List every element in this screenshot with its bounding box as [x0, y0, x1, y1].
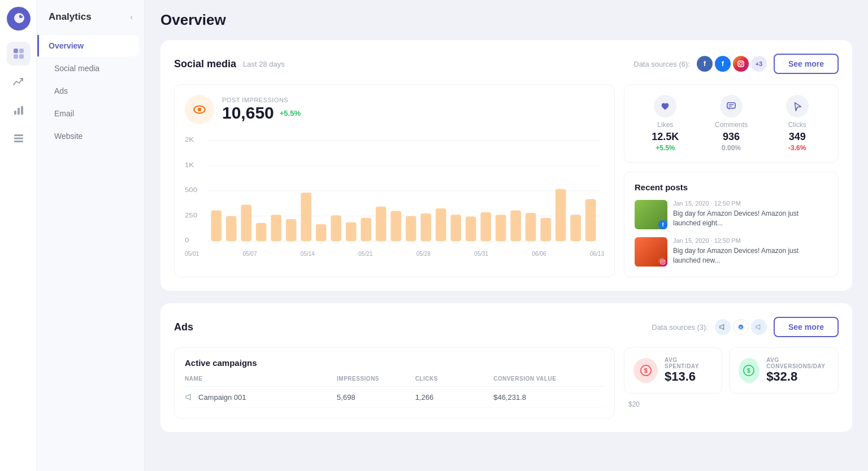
nav-item-website[interactable]: Website: [43, 125, 138, 147]
bar-chart: 2K 1K 500 250 0: [185, 134, 604, 247]
sidebar-dashboard-icon[interactable]: [7, 42, 31, 66]
campaigns-panel: Active campaigns NAME IMPRESSIONS CLICKS…: [174, 347, 615, 418]
eye-icon-wrap: [185, 95, 214, 124]
campaign-conversion: $46,231.8: [493, 393, 604, 402]
social-media-section: Social media Last 28 days Data sources (…: [160, 40, 852, 291]
post-impressions-header: POST IMPRESSIONS 10,650 +5.5%: [185, 95, 604, 124]
impressions-number: 10,650: [222, 103, 274, 123]
svg-text:250: 250: [185, 212, 197, 219]
avg-conversions-card: $ AVG CONVERSIONS/DAY $32.8: [729, 347, 839, 394]
social-media-title-group: Social media Last 28 days: [174, 58, 285, 70]
svg-rect-54: [585, 199, 596, 241]
source-facebook-icon: f: [697, 56, 713, 72]
avg-spent-icon: $: [633, 358, 658, 383]
nav-item-social-media[interactable]: Social media: [43, 58, 138, 79]
data-sources-label: Data sources (6):: [633, 60, 690, 68]
campaign-megaphone-icon: [185, 393, 194, 402]
svg-rect-32: [256, 223, 267, 241]
avg-spent-info: AVG SPENT/DAY $13.6: [665, 357, 713, 384]
nav-item-overview[interactable]: Overview: [37, 35, 138, 56]
svg-rect-12: [14, 138, 23, 139]
svg-rect-45: [450, 215, 461, 241]
svg-rect-29: [211, 210, 222, 241]
likes-value: 12.5K: [652, 131, 679, 143]
svg-rect-52: [555, 189, 566, 241]
social-right-panel: Likes 12.5K +5.5%: [624, 84, 839, 277]
eye-icon: [192, 102, 207, 117]
col-clicks-header: CLICKS: [415, 376, 489, 382]
comments-stat: Comments 936 0.00%: [701, 95, 762, 152]
ads-title-group: Ads: [174, 321, 193, 333]
ads-sources-label: Data sources (3):: [652, 323, 708, 332]
ads-see-more-button[interactable]: See more: [774, 317, 839, 337]
avg-conversions-info: AVG CONVERSIONS/DAY $32.8: [766, 357, 829, 384]
dollar-conversion-icon: $: [743, 364, 755, 377]
svg-rect-51: [540, 218, 551, 241]
svg-rect-50: [526, 213, 536, 241]
likes-icon-wrap: [654, 95, 676, 117]
svg-point-60: [664, 260, 665, 261]
svg-rect-30: [226, 216, 237, 241]
svg-rect-53: [570, 215, 581, 241]
ads-content: Active campaigns NAME IMPRESSIONS CLICKS…: [174, 347, 839, 418]
nav-header: Analytics ‹: [37, 0, 144, 34]
source-icons: f f +3: [697, 56, 767, 72]
clicks-icon-wrap: [786, 95, 809, 117]
svg-rect-35: [301, 193, 311, 241]
svg-rect-43: [420, 213, 431, 241]
svg-rect-33: [271, 215, 281, 241]
sidebar-barchart-icon[interactable]: [7, 98, 31, 122]
campaign-name-cell: Campaign 001: [185, 393, 332, 402]
source-instagram-icon: [733, 56, 749, 72]
post-thumb-1-wrap: f: [635, 200, 667, 229]
svg-rect-41: [390, 211, 401, 241]
ads-metrics-row: $ AVG SPENT/DAY $13.6 $: [624, 347, 839, 394]
post-item-2: Jan 15, 2020 · 12:50 PM Big day for Amaz…: [635, 237, 828, 267]
post-date-2: Jan 15, 2020 · 12:50 PM: [673, 237, 828, 244]
svg-rect-55: [727, 103, 735, 108]
avg-spent-value: $13.6: [665, 369, 713, 384]
post-item-1: f Jan 15, 2020 · 12:50 PM Big day for Am…: [635, 200, 828, 229]
ads-source-3-icon: [751, 319, 767, 335]
post-date-1: Jan 15, 2020 · 12:50 PM: [673, 200, 828, 207]
post-platform-2-icon: [658, 258, 667, 267]
avg-conversions-icon: $: [739, 358, 760, 383]
svg-rect-42: [406, 216, 416, 241]
sidebar-analytics-icon[interactable]: [7, 70, 31, 94]
social-media-content: POST IMPRESSIONS 10,650 +5.5% 2K 1K 500: [174, 84, 839, 277]
collapse-icon[interactable]: ‹: [130, 12, 133, 21]
dollar-spent-icon: $: [640, 364, 652, 377]
svg-rect-11: [14, 134, 23, 136]
heart-icon: [660, 101, 670, 111]
svg-rect-36: [316, 224, 327, 241]
clicks-change: -3.6%: [788, 144, 806, 152]
post-info-1: Jan 15, 2020 · 12:50 PM Big day for Amaz…: [673, 200, 828, 228]
post-thumb-2-wrap: [635, 237, 667, 267]
svg-text:$: $: [644, 367, 647, 374]
svg-point-59: [662, 261, 663, 263]
nav-item-ads[interactable]: Ads: [43, 80, 138, 102]
svg-rect-9: [18, 108, 20, 115]
nav-panel: Analytics ‹ Overview Social media Ads Em…: [37, 0, 145, 471]
svg-rect-6: [14, 54, 18, 59]
svg-point-3: [21, 15, 22, 16]
ads-source-icons: A: [715, 319, 767, 335]
avg-spent-label: AVG SPENT/DAY: [665, 357, 713, 369]
app-logo[interactable]: [7, 7, 31, 30]
cursor-icon: [792, 101, 802, 111]
avg-conversions-label: AVG CONVERSIONS/DAY: [766, 357, 829, 369]
post-platform-1-icon: f: [658, 220, 667, 229]
source-plus-badge: +3: [751, 56, 767, 72]
nav-item-email[interactable]: Email: [43, 103, 138, 124]
ads-y-label: $20: [624, 400, 839, 408]
col-conversion-header: CONVERSION VALUE: [493, 376, 604, 382]
likes-stat: Likes 12.5K +5.5%: [635, 95, 696, 152]
svg-point-1: [14, 13, 24, 23]
svg-text:$: $: [747, 367, 750, 374]
svg-rect-14: [738, 61, 744, 67]
social-media-period: Last 28 days: [243, 60, 285, 68]
comments-value: 936: [723, 131, 740, 143]
social-see-more-button[interactable]: See more: [774, 54, 839, 74]
svg-rect-47: [480, 212, 491, 241]
sidebar-list-icon[interactable]: [7, 127, 31, 150]
